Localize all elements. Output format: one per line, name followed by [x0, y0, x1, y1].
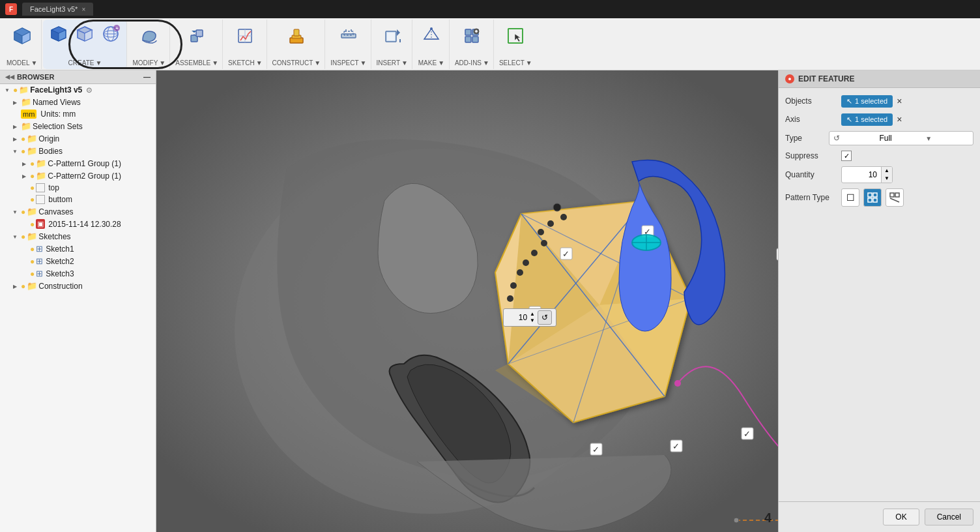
sidebar-item-canvas1[interactable]: ● ▣ 2015-11-14 12.30.28 — [0, 218, 156, 230]
add-ins-icons — [458, 22, 485, 50]
selection-sets-expand-icon[interactable] — [10, 123, 20, 130]
svg-rect-102 — [873, 198, 877, 202]
qty-spin-up[interactable]: ▲ — [530, 311, 535, 318]
sketches-expand-icon[interactable] — [10, 233, 20, 240]
quantity-spin-up[interactable]: ▲ — [882, 167, 892, 175]
sidebar-item-sketch1[interactable]: ● ⊞ Sketch1 — [0, 243, 156, 255]
construction-expand-icon[interactable] — [10, 283, 20, 289]
sidebar-item-c-pattern1[interactable]: ● 📁 C-Pattern1 Group (1) — [0, 157, 156, 170]
modify-label[interactable]: MODIFY ▼ — [132, 59, 166, 66]
edit-feature-close-icon[interactable]: ● — [785, 74, 794, 83]
sidebar-item-units[interactable]: mm Units: mm — [0, 108, 156, 120]
3d-viewport[interactable]: ✓ ✓ ✓ ✓ ✓ ✓ ✓ ✓ — [156, 70, 778, 532]
sketch-label[interactable]: SKETCH ▼ — [228, 59, 262, 66]
axis-cursor-icon: ↖ — [846, 115, 852, 124]
insert-text: INSERT — [377, 59, 401, 66]
sidebar-item-selection-sets[interactable]: 📁 Selection Sets — [0, 120, 156, 132]
objects-clear-btn[interactable]: × — [895, 95, 903, 108]
create-wire-cube-button[interactable] — [73, 22, 96, 46]
qty-spinners[interactable]: ▲ ▼ — [530, 311, 535, 324]
model-cube-button[interactable] — [8, 22, 36, 50]
sidebar-item-construction[interactable]: ● 📁 Construction — [0, 280, 156, 292]
sidebar-item-sketches[interactable]: ● 📁 Sketches — [0, 230, 156, 243]
quantity-row: Quantity ▲ ▼ — [785, 166, 973, 183]
insert-button[interactable] — [379, 22, 406, 50]
sketches-label: Sketches — [38, 232, 70, 241]
axis-clear-btn[interactable]: × — [895, 113, 903, 126]
inspect-label[interactable]: INSPECT ▼ — [330, 59, 366, 66]
assemble-button[interactable] — [183, 22, 210, 50]
modify-text: MODIFY — [132, 59, 158, 66]
create-sphere-button[interactable]: + — [99, 22, 122, 46]
insert-icons — [379, 22, 406, 50]
sidebar-item-origin[interactable]: ● 📁 Origin — [0, 132, 156, 145]
select-button[interactable] — [502, 22, 529, 50]
construct-button[interactable] — [283, 22, 310, 50]
cancel-button[interactable]: Cancel — [925, 509, 973, 525]
suppress-checkbox[interactable]: ✓ — [841, 151, 852, 161]
axis-selected-btn[interactable]: ↖ 1 selected — [841, 113, 893, 126]
named-views-expand-icon[interactable] — [10, 99, 20, 106]
sidebar-item-c-pattern2[interactable]: ● 📁 C-Pattern2 Group (1) — [0, 170, 156, 182]
app-icon-letter: F — [9, 6, 13, 13]
quantity-spin-down[interactable]: ▼ — [882, 175, 892, 183]
sidebar-item-sketch3[interactable]: ● ⊞ Sketch3 — [0, 267, 156, 280]
close-icon[interactable]: × — [81, 6, 85, 13]
pattern-type-checkbox[interactable]: ☐ — [841, 188, 859, 207]
svg-line-105 — [890, 198, 899, 202]
viewport-qty-input[interactable] — [508, 313, 527, 322]
sidebar-item-named-views[interactable]: 📁 Named Views — [0, 96, 156, 108]
construct-label[interactable]: CONSTRUCT ▼ — [272, 59, 321, 66]
qty-refresh-btn[interactable]: ↺ — [538, 310, 552, 325]
objects-value: ↖ 1 selected × — [841, 95, 973, 108]
sidebar-item-sketch2[interactable]: ● ⊞ Sketch2 — [0, 255, 156, 267]
origin-expand-icon[interactable] — [10, 136, 20, 142]
ok-button[interactable]: OK — [883, 509, 919, 525]
make-label[interactable]: MAKE ▼ — [418, 59, 444, 66]
sidebar-item-top[interactable]: ● top — [0, 182, 156, 194]
c-pattern2-expand-icon[interactable] — [20, 173, 29, 179]
insert-label[interactable]: INSERT ▼ — [377, 59, 408, 66]
construction-bulb-icon: ● — [21, 282, 25, 291]
sidebar-item-canvases[interactable]: ● 📁 Canvases — [0, 205, 156, 218]
sketch3-label: Sketch3 — [46, 269, 74, 278]
buttom-bulb-icon: ● — [30, 195, 35, 204]
modify-button[interactable] — [136, 22, 163, 50]
model-label[interactable]: MODEL ▼ — [7, 59, 37, 66]
sketch-button[interactable] — [231, 22, 259, 50]
add-ins-label[interactable]: ADD-INS ▼ — [455, 59, 489, 66]
sketch-text: SKETCH — [228, 59, 255, 66]
app-tab[interactable]: FaceLight3 v5* × — [22, 3, 93, 16]
root-expand-icon[interactable] — [3, 87, 12, 93]
browser-options-icon[interactable]: — — [143, 73, 151, 81]
axis-label: Axis — [785, 115, 837, 124]
svg-point-86 — [541, 240, 547, 246]
sidebar-item-buttom[interactable]: ● buttom — [0, 194, 156, 205]
bodies-expand-icon[interactable] — [10, 148, 20, 155]
add-ins-button[interactable] — [458, 22, 485, 50]
make-button[interactable] — [418, 22, 445, 50]
quantity-input[interactable] — [842, 168, 881, 181]
type-select[interactable]: ↺ Full ▼ — [829, 131, 973, 145]
objects-selected-btn[interactable]: ↖ 1 selected — [841, 95, 893, 108]
sketch1-icon: ⊞ — [36, 244, 43, 254]
create-solid-cube-button[interactable] — [47, 22, 70, 46]
pattern-type-grid[interactable] — [863, 188, 882, 207]
viewport-qty-indicator[interactable]: ▲ ▼ ↺ — [503, 308, 556, 327]
select-label[interactable]: SELECT ▼ — [499, 59, 532, 66]
create-label[interactable]: CREATE ▼ — [68, 59, 102, 66]
named-views-label: Named Views — [33, 98, 81, 107]
browser-collapse-arrow[interactable]: ◀◀ — [5, 74, 14, 80]
sketch2-bulb-icon: ● — [30, 257, 35, 266]
canvases-expand-icon[interactable] — [10, 209, 20, 215]
quantity-spinners[interactable]: ▲ ▼ — [881, 167, 892, 183]
c-pattern1-expand-icon[interactable] — [20, 160, 29, 167]
browser-root-item[interactable]: ● 📁 FaceLight3 v5 ⊙ — [0, 84, 156, 96]
qty-spin-down[interactable]: ▼ — [530, 318, 535, 324]
cursor-icon: ↖ — [846, 97, 852, 106]
assemble-label[interactable]: ASSEMBLE ▼ — [175, 59, 218, 66]
inspect-button[interactable] — [335, 22, 362, 50]
pattern-type-radial[interactable] — [886, 188, 904, 207]
sidebar-item-bodies[interactable]: ● 📁 Bodies — [0, 145, 156, 157]
units-label: Units: mm — [40, 110, 76, 119]
